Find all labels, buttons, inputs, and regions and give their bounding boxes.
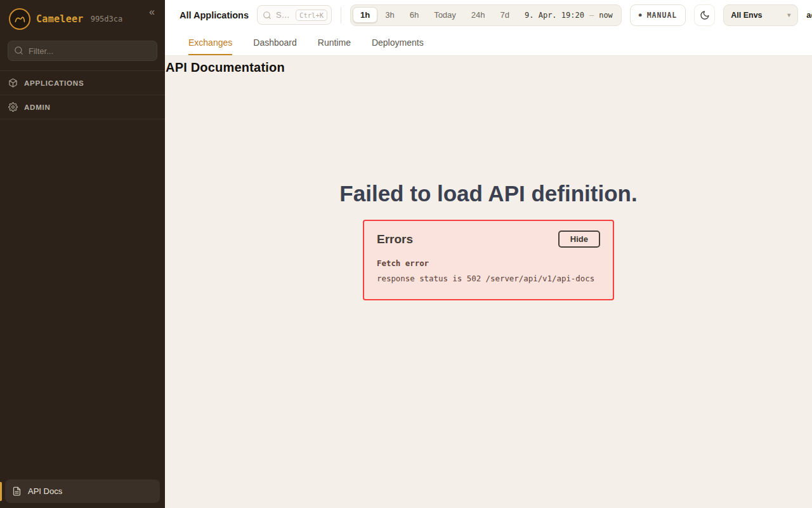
sidebar-item-applications[interactable]: APPLICATIONS bbox=[0, 71, 165, 95]
moon-icon bbox=[700, 10, 710, 20]
sidebar-item-label: APPLICATIONS bbox=[24, 79, 84, 87]
active-item-accent bbox=[0, 482, 2, 501]
api-load-error-heading: Failed to load API definition. bbox=[165, 181, 812, 206]
time-range-1h[interactable]: 1h bbox=[353, 7, 377, 23]
time-range-3h[interactable]: 3h bbox=[377, 7, 402, 23]
time-separator: — bbox=[589, 11, 594, 20]
sidebar-item-label: API Docs bbox=[28, 486, 62, 496]
sidebar-header: Cameleer 995d3ca « bbox=[0, 0, 165, 37]
sidebar-nav: APPLICATIONS ADMIN bbox=[0, 70, 165, 119]
box-icon bbox=[8, 78, 18, 88]
page-context-title: All Applications bbox=[180, 10, 249, 20]
document-icon bbox=[12, 486, 22, 496]
tab-dashboard[interactable]: Dashboard bbox=[253, 30, 297, 55]
sidebar-spacer bbox=[0, 119, 165, 475]
tab-deployments[interactable]: Deployments bbox=[372, 30, 424, 55]
errors-title: Errors bbox=[377, 232, 413, 246]
status-dot-icon: ● bbox=[639, 13, 643, 18]
search-input[interactable] bbox=[275, 10, 292, 20]
environment-select[interactable]: All Envs ▾ bbox=[723, 4, 798, 26]
error-name: Fetch error bbox=[377, 258, 600, 268]
page-title: API Documentation bbox=[166, 60, 812, 75]
gear-icon bbox=[8, 102, 18, 112]
hide-errors-button[interactable]: Hide bbox=[558, 231, 600, 248]
time-from: 9. Apr. 19:20 bbox=[525, 11, 584, 20]
user-menu[interactable]: admin bbox=[806, 10, 812, 20]
tab-exchanges[interactable]: Exchanges bbox=[188, 30, 232, 55]
main-content: API Documentation Failed to load API def… bbox=[165, 56, 812, 508]
sidebar-item-admin[interactable]: ADMIN bbox=[0, 95, 165, 119]
cameleer-logo-icon bbox=[9, 8, 30, 30]
error-message: response status is 502 /server/api/v1/ap… bbox=[377, 274, 600, 283]
search-icon bbox=[14, 46, 23, 58]
divider bbox=[341, 7, 341, 23]
app-window: Cameleer 995d3ca « APPLICATIONS ADMIN bbox=[0, 0, 812, 508]
shortcut-badge: Ctrl+K bbox=[296, 10, 327, 21]
search-icon bbox=[263, 11, 272, 20]
time-range-selector: 1h 3h 6h Today 24h 7d 9. Apr. 19:20 — no… bbox=[350, 4, 622, 26]
errors-panel-header: Errors Hide bbox=[377, 231, 600, 248]
refresh-mode-label: MANUAL bbox=[647, 11, 678, 20]
collapse-sidebar-icon[interactable]: « bbox=[147, 6, 157, 18]
time-display: 9. Apr. 19:20 — now bbox=[517, 11, 619, 20]
time-range-6h[interactable]: 6h bbox=[402, 7, 426, 23]
errors-panel: Errors Hide Fetch error response status … bbox=[363, 220, 614, 300]
brand-name: Cameleer bbox=[36, 13, 84, 25]
topbar: All Applications Ctrl+K 1h 3h 6h Today 2… bbox=[165, 0, 812, 30]
chevron-down-icon: ▾ bbox=[787, 11, 790, 18]
global-search[interactable]: Ctrl+K bbox=[257, 5, 332, 25]
filter-input[interactable] bbox=[8, 41, 157, 61]
sidebar-item-label: ADMIN bbox=[24, 104, 51, 111]
sidebar: Cameleer 995d3ca « APPLICATIONS ADMIN bbox=[0, 0, 165, 508]
content-column: All Applications Ctrl+K 1h 3h 6h Today 2… bbox=[165, 0, 812, 508]
time-range-today[interactable]: Today bbox=[426, 7, 464, 23]
tabsbar: Exchanges Dashboard Runtime Deployments bbox=[165, 30, 812, 56]
dark-mode-toggle[interactable] bbox=[694, 4, 715, 26]
build-version: 995d3ca bbox=[91, 15, 123, 23]
refresh-mode-button[interactable]: ● MANUAL bbox=[630, 4, 686, 26]
tab-runtime[interactable]: Runtime bbox=[318, 30, 351, 55]
time-range-7d[interactable]: 7d bbox=[493, 7, 517, 23]
sidebar-footer: API Docs bbox=[0, 475, 165, 508]
time-to: now bbox=[599, 11, 613, 20]
sidebar-item-api-docs[interactable]: API Docs bbox=[5, 479, 160, 503]
error-item: Fetch error response status is 502 /serv… bbox=[377, 258, 600, 283]
sidebar-filter bbox=[8, 41, 157, 61]
environment-value: All Envs bbox=[731, 11, 762, 20]
time-range-24h[interactable]: 24h bbox=[464, 7, 493, 23]
